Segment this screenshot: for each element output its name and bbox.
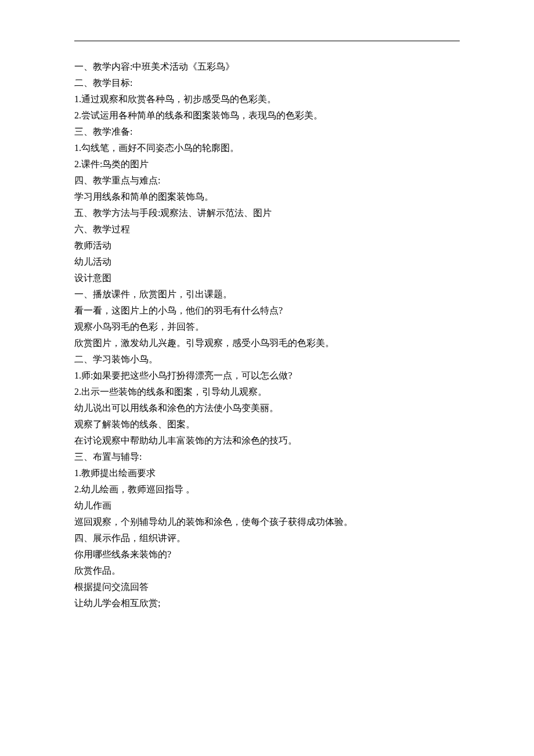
text-line: 2.尝试运用各种简单的线条和图案装饰鸟，表现鸟的色彩美。 [74, 107, 460, 124]
text-line: 三、布置与辅导: [74, 449, 460, 465]
text-line: 四、教学重点与难点: [74, 172, 460, 189]
text-line: 幼儿说出可以用线条和涂色的方法使小鸟变美丽。 [74, 400, 460, 416]
text-line: 2.幼儿绘画，教师巡回指导 。 [74, 481, 460, 498]
text-line: 在讨论观察中帮助幼儿丰富装饰的方法和涂色的技巧。 [74, 433, 460, 449]
text-line: 1.通过观察和欣赏各种鸟，初步感受鸟的色彩美。 [74, 91, 460, 107]
text-line: 欣赏作品。 [74, 563, 460, 579]
text-line: 幼儿活动 [74, 254, 460, 270]
text-line: 观察了解装饰的线条、图案。 [74, 416, 460, 433]
text-line: 根据提问交流回答 [74, 579, 460, 595]
text-line: 观察小鸟羽毛的色彩，并回答。 [74, 319, 460, 335]
text-line: 一、教学内容:中班美术活动《五彩鸟》 [74, 59, 460, 75]
text-line: 幼儿作画 [74, 498, 460, 514]
text-line: 你用哪些线条来装饰的? [74, 546, 460, 563]
text-line: 2.出示一些装饰的线条和图案，引导幼儿观察。 [74, 384, 460, 400]
text-line: 三、教学准备: [74, 124, 460, 140]
text-line: 教师活动 [74, 237, 460, 254]
text-line: 2.课件:鸟类的图片 [74, 156, 460, 172]
text-line: 欣赏图片，激发幼儿兴趣。引导观察，感受小鸟羽毛的色彩美。 [74, 335, 460, 351]
text-line: 学习用线条和简单的图案装饰鸟。 [74, 189, 460, 205]
horizontal-divider [74, 41, 460, 41]
text-line: 一、播放课件，欣赏图片，引出课题。 [74, 286, 460, 303]
text-line: 六、教学过程 [74, 221, 460, 237]
text-line: 二、教学目标: [74, 75, 460, 91]
text-line: 1.勾线笔，画好不同姿态小鸟的轮廓图。 [74, 140, 460, 156]
text-line: 看一看，这图片上的小鸟，他们的羽毛有什么特点? [74, 303, 460, 319]
text-line: 1.教师提出绘画要求 [74, 465, 460, 481]
text-line: 五、教学方法与手段:观察法、讲解示范法、图片 [74, 205, 460, 221]
text-line: 设计意图 [74, 270, 460, 286]
text-line: 让幼儿学会相互欣赏; [74, 595, 460, 611]
document-body: 一、教学内容:中班美术活动《五彩鸟》 二、教学目标: 1.通过观察和欣赏各种鸟，… [74, 59, 460, 611]
text-line: 1.师:如果要把这些小鸟打扮得漂亮一点，可以怎么做? [74, 368, 460, 384]
text-line: 巡回观察，个别辅导幼儿的装饰和涂色，使每个孩子获得成功体验。 [74, 514, 460, 530]
text-line: 二、学习装饰小鸟。 [74, 351, 460, 368]
text-line: 四、展示作品，组织讲评。 [74, 530, 460, 546]
